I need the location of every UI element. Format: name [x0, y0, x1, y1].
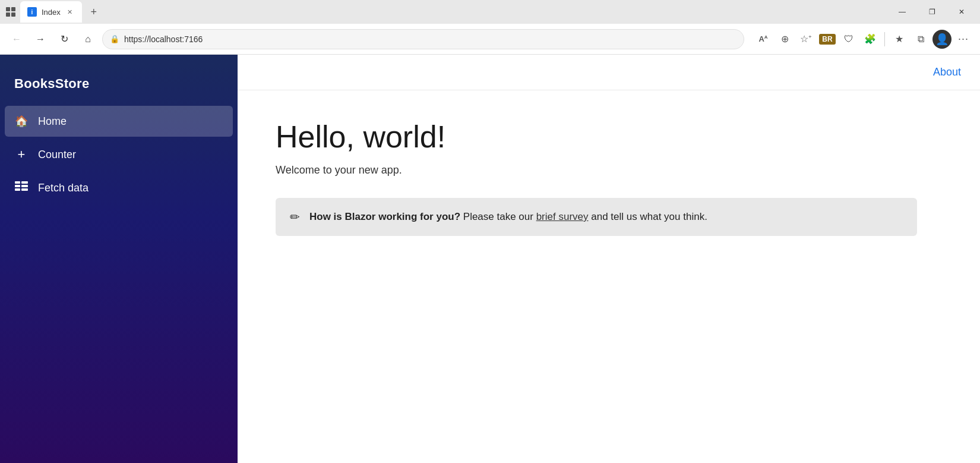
tab-close-button[interactable]: ✕	[65, 7, 75, 17]
lock-icon: 🔒	[110, 34, 119, 43]
main-content: About Hello, world! Welcome to your new …	[238, 55, 980, 463]
pencil-icon: ✏	[290, 210, 300, 224]
window-controls: — ❐ ✕	[889, 2, 975, 21]
browser-window: i Index ✕ + — ❐ ✕ ← → ↻ ⌂ 🔒 https://loca…	[0, 0, 980, 463]
browser-icon	[5, 6, 17, 18]
page-body: Hello, world! Welcome to your new app. ✏…	[238, 90, 980, 264]
nav-divider	[884, 32, 885, 46]
survey-text-after: and tell us what you think.	[589, 211, 707, 222]
survey-bold-text: How is Blazor working for you?	[309, 211, 460, 222]
sidebar: BooksStore 🏠 Home + Counter	[0, 55, 238, 463]
svg-rect-9	[21, 188, 28, 191]
sidebar-navigation: 🏠 Home + Counter	[0, 106, 238, 203]
back-button[interactable]: ←	[7, 30, 26, 49]
profile-avatar: 👤	[935, 33, 949, 46]
home-button[interactable]: ⌂	[78, 30, 97, 49]
close-button[interactable]: ✕	[948, 2, 975, 21]
sidebar-item-fetchdata-label: Fetch data	[38, 182, 88, 194]
profile-button[interactable]: 👤	[932, 30, 951, 49]
brief-survey-link[interactable]: brief survey	[536, 211, 589, 222]
sidebar-brand: BooksStore	[0, 67, 238, 106]
page-title: Hello, world!	[276, 119, 942, 155]
app-container: BooksStore 🏠 Home + Counter	[0, 55, 980, 463]
add-to-favorites-button[interactable]: ☆+	[796, 30, 815, 49]
forward-button[interactable]: →	[31, 30, 50, 49]
survey-text-before: Please take our	[460, 211, 536, 222]
home-icon: 🏠	[14, 114, 29, 128]
collections-icon: ⧉	[918, 34, 924, 45]
page-subtitle: Welcome to your new app.	[276, 164, 942, 177]
extensions-icon: 🧩	[864, 33, 876, 45]
read-mode-button[interactable]: AA	[754, 30, 773, 49]
br-badge: BR	[819, 34, 835, 45]
favorites-button[interactable]: ★	[890, 30, 909, 49]
url-text: https://localhost:7166	[124, 34, 203, 44]
top-nav: About	[238, 55, 980, 90]
more-icon: ···	[958, 33, 969, 45]
favorites-icon: ★	[895, 33, 903, 45]
svg-rect-4	[15, 181, 20, 184]
collections-button[interactable]: ⧉	[911, 30, 930, 49]
fetchdata-icon	[14, 181, 29, 195]
refresh-button[interactable]: ↻	[55, 30, 74, 49]
title-bar-left: i Index ✕ +	[5, 1, 102, 23]
svg-rect-7	[21, 181, 28, 184]
svg-rect-3	[11, 12, 15, 17]
survey-banner: ✏ How is Blazor working for you? Please …	[276, 198, 917, 236]
active-tab[interactable]: i Index ✕	[20, 1, 82, 23]
tab-favicon: i	[27, 7, 37, 17]
tab-title: Index	[42, 8, 61, 17]
sidebar-item-counter[interactable]: + Counter	[5, 139, 233, 170]
nav-actions: AA ⊕ ☆+ BR 🛡 🧩 ★ ⧉	[754, 30, 973, 49]
address-bar[interactable]: 🔒 https://localhost:7166	[102, 29, 744, 49]
plus-icon: +	[14, 147, 29, 162]
pocket-icon: 🛡	[844, 34, 853, 45]
survey-text: How is Blazor working for you? Please ta…	[309, 211, 707, 223]
title-bar: i Index ✕ + — ❐ ✕	[0, 0, 980, 24]
browser-badge[interactable]: BR	[818, 30, 837, 49]
sidebar-item-home-label: Home	[38, 115, 67, 128]
svg-rect-2	[6, 12, 10, 17]
svg-rect-8	[21, 185, 28, 187]
new-tab-button[interactable]: +	[86, 4, 102, 20]
pocket-button[interactable]: 🛡	[839, 30, 858, 49]
sidebar-item-fetchdata[interactable]: Fetch data	[5, 172, 233, 203]
sidebar-item-counter-label: Counter	[38, 149, 76, 161]
read-icon: AA	[758, 34, 767, 43]
star-plus-icon: ☆+	[800, 33, 811, 45]
minimize-button[interactable]: —	[889, 2, 916, 21]
sidebar-item-home[interactable]: 🏠 Home	[5, 106, 233, 137]
zoom-icon: ⊕	[781, 33, 789, 45]
more-button[interactable]: ···	[954, 30, 973, 49]
svg-rect-5	[15, 185, 20, 187]
navigation-bar: ← → ↻ ⌂ 🔒 https://localhost:7166 AA ⊕ ☆+…	[0, 24, 980, 55]
maximize-button[interactable]: ❐	[918, 2, 946, 21]
zoom-button[interactable]: ⊕	[775, 30, 794, 49]
extensions-button[interactable]: 🧩	[861, 30, 880, 49]
svg-rect-6	[15, 188, 20, 191]
about-link[interactable]: About	[933, 66, 961, 78]
svg-rect-1	[11, 7, 15, 11]
svg-rect-0	[6, 7, 10, 11]
